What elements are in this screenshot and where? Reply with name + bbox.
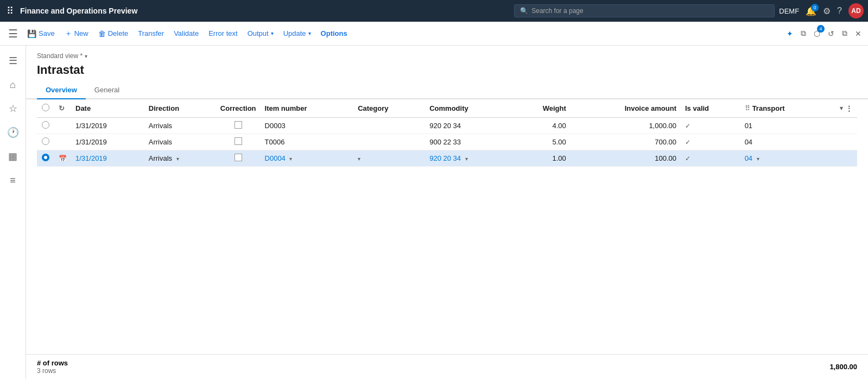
row1-correction[interactable] — [216, 118, 261, 134]
row3-category[interactable]: ▾ — [353, 150, 425, 167]
row1-category — [353, 118, 425, 134]
rows-count: 3 rows — [37, 367, 68, 375]
delete-button[interactable]: 🗑 Delete — [94, 26, 133, 41]
row2-transport: 04 — [740, 134, 857, 150]
save-button[interactable]: 💾 Save — [23, 26, 59, 41]
row3-date[interactable]: 1/31/2019 — [71, 150, 144, 167]
col-correction-label: Correction — [220, 104, 256, 112]
personalize-icon[interactable]: ✦ — [784, 27, 795, 40]
row1-invoice-amount: 1,000.00 — [571, 118, 681, 134]
row2-item-number: T0006 — [261, 134, 354, 150]
calendar-icon[interactable]: 📅 — [59, 155, 67, 162]
hamburger-icon[interactable]: ☰ — [4, 25, 22, 42]
col-category[interactable]: Category — [353, 99, 425, 118]
options-button[interactable]: Options — [316, 26, 352, 41]
tab-general[interactable]: General — [86, 81, 128, 99]
update-button[interactable]: Update ▾ — [279, 26, 315, 41]
content-area: Standard view * ▾ Intrastat Overview Gen… — [26, 46, 868, 379]
row2-correction-cb[interactable] — [235, 137, 242, 145]
output-button[interactable]: Output ▾ — [243, 26, 278, 41]
row3-correction[interactable] — [216, 150, 261, 167]
col-commodity[interactable]: Commodity — [425, 99, 512, 118]
sidebar-item-menu[interactable]: ☰ — [2, 50, 24, 72]
table-container: ↻ Date Direction Correction Item number — [26, 99, 868, 354]
col-is-valid[interactable]: Is valid — [681, 99, 740, 118]
help-icon[interactable]: ? — [837, 6, 842, 16]
refresh-col-icon[interactable]: ↻ — [59, 104, 65, 112]
validate-button[interactable]: Validate — [169, 26, 203, 41]
row3-valid-check: ✓ — [685, 155, 690, 162]
transport-options-icon[interactable]: ⋮ — [845, 104, 853, 113]
col-is-valid-label: Is valid — [685, 104, 709, 112]
row2-weight: 5.00 — [512, 134, 571, 150]
col-select-all[interactable] — [37, 99, 54, 118]
table-header-row: ↻ Date Direction Correction Item number — [37, 99, 857, 118]
row3-correction-cb[interactable] — [235, 154, 242, 161]
row1-icon-cell — [54, 118, 71, 134]
row3-direction[interactable]: Arrivals ▾ — [144, 150, 216, 167]
row1-correction-cb[interactable] — [235, 121, 242, 129]
grid-icon[interactable]: ⠿ — [4, 3, 16, 19]
row3-radio[interactable] — [42, 154, 49, 161]
sidebar-item-home[interactable]: ⌂ — [2, 74, 24, 96]
row3-item-number[interactable]: D0004 ▾ — [261, 150, 354, 167]
col-invoice-amount[interactable]: Invoice amount — [571, 99, 681, 118]
user-avatar[interactable]: AD — [848, 3, 864, 18]
close-icon[interactable]: ✕ — [853, 27, 864, 40]
search-placeholder: Search for a page — [531, 7, 583, 15]
row2-correction[interactable] — [216, 134, 261, 150]
sidebar-item-workspaces[interactable]: ▦ — [2, 146, 24, 167]
row3-category-dropdown[interactable]: ▾ — [358, 156, 360, 162]
tasks-badge: 4 — [817, 25, 825, 33]
col-direction[interactable]: Direction — [144, 99, 216, 118]
settings-icon[interactable]: ⚙ — [823, 6, 831, 16]
col-item-number-label: Item number — [265, 104, 307, 112]
row2-is-valid: ✓ — [681, 134, 740, 150]
search-box[interactable]: 🔍 Search for a page — [514, 4, 775, 17]
transport-drag-icon: ⠿ — [745, 104, 750, 112]
tab-overview[interactable]: Overview — [37, 81, 86, 99]
row3-icon-cell: 📅 — [54, 150, 71, 167]
new-button[interactable]: ＋ New — [60, 26, 93, 42]
open-in-new-icon[interactable]: ⧉ — [840, 27, 850, 40]
row1-select[interactable] — [37, 118, 54, 134]
error-text-button[interactable]: Error text — [204, 26, 242, 41]
transport-dropdown-arrow[interactable]: ▾ — [840, 105, 843, 112]
col-date[interactable]: Date — [71, 99, 144, 118]
view-selector[interactable]: Standard view * ▾ — [37, 52, 857, 60]
col-weight-label: Weight — [543, 104, 566, 112]
row3-commodity-dropdown[interactable]: ▾ — [465, 156, 468, 162]
row3-select[interactable] — [37, 150, 54, 167]
row1-date: 1/31/2019 — [71, 118, 144, 134]
row3-weight: 1.00 — [512, 150, 571, 167]
col-correction[interactable]: Correction — [216, 99, 261, 118]
row2-date: 1/31/2019 — [71, 134, 144, 150]
sidebar-item-favorites[interactable]: ☆ — [2, 98, 24, 119]
sidebar-item-list[interactable]: ≡ — [2, 169, 24, 191]
transfer-button[interactable]: Transfer — [134, 26, 168, 41]
row2-select[interactable] — [37, 134, 54, 150]
col-category-label: Category — [358, 104, 388, 112]
sidebar-item-recent[interactable]: 🕐 — [2, 122, 24, 143]
row3-commodity[interactable]: 920 20 34 ▾ — [425, 150, 512, 167]
row3-transport[interactable]: 04 ▾ — [740, 150, 857, 167]
page-header: Standard view * ▾ Intrastat — [26, 46, 868, 77]
col-weight[interactable]: Weight — [512, 99, 571, 118]
col-transport[interactable]: ⠿ Transport ▾ ⋮ — [740, 99, 857, 118]
row1-weight: 4.00 — [512, 118, 571, 134]
refresh-icon[interactable]: ↺ — [826, 27, 837, 40]
row2-radio[interactable] — [42, 137, 49, 145]
row2-category — [353, 134, 425, 150]
tasks-icon[interactable]: ⬡ 4 — [812, 27, 822, 40]
row3-transport-dropdown[interactable]: ▾ — [757, 156, 759, 162]
notification-icon[interactable]: 🔔 0 — [806, 6, 816, 16]
row3-direction-dropdown[interactable]: ▾ — [176, 156, 179, 162]
row1-radio[interactable] — [42, 121, 49, 129]
split-view-icon[interactable]: ⧉ — [799, 27, 808, 40]
col-item-number[interactable]: Item number — [261, 99, 354, 118]
page-title: Intrastat — [37, 63, 857, 77]
env-label: DEMF — [779, 7, 799, 15]
select-all-radio[interactable] — [42, 104, 49, 111]
row3-item-number-dropdown[interactable]: ▾ — [289, 156, 292, 162]
transfer-label: Transfer — [138, 29, 164, 37]
